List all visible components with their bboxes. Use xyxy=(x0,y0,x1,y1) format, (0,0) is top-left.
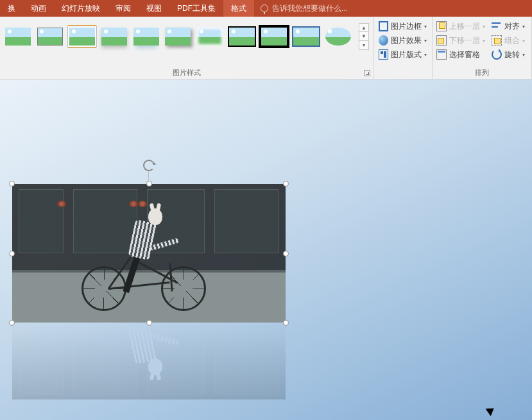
picture-border-icon xyxy=(379,21,388,31)
picture-styles-dialog-launcher[interactable] xyxy=(364,70,370,76)
picture-effects-icon xyxy=(379,35,388,46)
group-icon xyxy=(492,35,502,46)
picture-border-button[interactable]: 图片边框 ▾ xyxy=(377,19,428,33)
resize-handle-br[interactable] xyxy=(283,320,289,326)
selection-pane-icon xyxy=(436,49,447,60)
resize-handle-tr[interactable] xyxy=(283,181,289,187)
style-thumb-7[interactable] xyxy=(196,25,224,48)
gallery-expand-icon[interactable]: ▾ xyxy=(359,41,369,50)
chevron-down-icon: ▾ xyxy=(424,38,427,44)
group-label-picture-styles: 图片样式 xyxy=(0,68,373,78)
chevron-down-icon: ▾ xyxy=(424,52,427,58)
resize-handle-l[interactable] xyxy=(9,251,15,256)
rotate-label: 旋转 xyxy=(504,49,520,60)
style-thumb-6[interactable] xyxy=(164,25,193,48)
send-backward-label: 下移一层 xyxy=(449,35,480,46)
selection-pane-button[interactable]: 选择窗格 xyxy=(435,47,486,62)
group-picture-styles: ▲ ▼ ▾ 图片样式 xyxy=(0,17,373,79)
picture-styles-gallery: ▲ ▼ ▾ xyxy=(4,19,369,50)
send-backward-button[interactable]: 下移一层 ▾ xyxy=(435,33,486,47)
tab-slideshow[interactable]: 幻灯片放映 xyxy=(54,0,108,17)
bring-forward-icon xyxy=(436,21,447,31)
tab-review[interactable]: 审阅 xyxy=(108,0,139,17)
style-thumb-10[interactable] xyxy=(292,25,320,48)
group-label-arrange: 排列 xyxy=(433,68,531,78)
selected-picture[interactable] xyxy=(12,184,286,323)
chevron-down-icon: ▾ xyxy=(522,52,525,58)
picture-effects-label: 图片效果 xyxy=(391,35,422,46)
tab-format[interactable]: 格式 xyxy=(223,0,254,17)
rotate-button[interactable]: 旋转 ▾ xyxy=(490,47,526,62)
resize-handle-r[interactable] xyxy=(283,251,289,256)
picture-effects-button[interactable]: 图片效果 ▾ xyxy=(377,33,428,47)
align-label: 对齐 xyxy=(504,21,520,32)
resize-handle-b[interactable] xyxy=(146,320,152,326)
bring-forward-button[interactable]: 上移一层 ▾ xyxy=(435,19,486,33)
picture-layout-label: 图片版式 xyxy=(391,49,422,60)
selection-pane-label: 选择窗格 xyxy=(449,49,480,60)
picture-layout-icon xyxy=(379,49,388,60)
chevron-down-icon: ▾ xyxy=(424,24,427,29)
style-thumb-4[interactable] xyxy=(100,25,128,48)
style-thumb-9[interactable] xyxy=(260,25,288,48)
gallery-scroll-up-icon[interactable]: ▲ xyxy=(359,23,369,32)
group-picture-adjust: 图片边框 ▾ 图片效果 ▾ 图片版式 ▾ xyxy=(373,17,433,79)
style-thumb-2[interactable] xyxy=(36,25,64,48)
rotate-handle-icon[interactable] xyxy=(143,160,155,171)
chevron-down-icon: ▾ xyxy=(522,38,525,44)
resize-handle-t[interactable] xyxy=(146,181,152,187)
lightbulb-icon xyxy=(261,4,268,12)
resize-handle-tl[interactable] xyxy=(9,181,15,187)
group-arrange: 上移一层 ▾ 下移一层 ▾ 选择窗格 对齐 ▾ 组合 ▾ xyxy=(433,17,532,79)
menu-bar: 换 动画 幻灯片放映 审阅 视图 PDF工具集 格式 告诉我您想要做什么... xyxy=(0,0,532,17)
gallery-scroll-down-icon[interactable]: ▼ xyxy=(359,32,369,41)
align-button[interactable]: 对齐 ▾ xyxy=(490,19,526,33)
style-thumb-3[interactable] xyxy=(68,25,96,48)
group-objects-button[interactable]: 组合 ▾ xyxy=(490,33,526,47)
style-thumb-11[interactable] xyxy=(324,25,352,48)
send-backward-icon xyxy=(436,35,447,46)
bring-forward-label: 上移一层 xyxy=(449,21,480,32)
mouse-cursor-icon xyxy=(487,405,495,416)
image-reflection xyxy=(12,323,286,399)
group-label: 组合 xyxy=(504,35,520,46)
style-thumb-8[interactable] xyxy=(228,25,256,48)
chevron-down-icon: ▾ xyxy=(483,24,485,29)
gallery-scroll: ▲ ▼ ▾ xyxy=(359,23,369,50)
rotate-icon xyxy=(492,49,502,60)
tab-view[interactable]: 视图 xyxy=(139,0,169,17)
tell-me-placeholder: 告诉我您想要做什么... xyxy=(272,3,348,14)
tab-animation[interactable]: 动画 xyxy=(23,0,54,17)
tab-pdf-tools[interactable]: PDF工具集 xyxy=(169,0,223,17)
rotate-handle-stem xyxy=(148,171,149,181)
style-thumb-1[interactable] xyxy=(4,25,32,48)
ribbon: ▲ ▼ ▾ 图片样式 图片边框 ▾ 图片效果 ▾ 图片版式 ▾ xyxy=(0,17,532,80)
picture-border-label: 图片边框 xyxy=(391,21,422,32)
chevron-down-icon: ▾ xyxy=(483,38,485,44)
slide-canvas[interactable] xyxy=(0,80,532,420)
style-thumb-5[interactable] xyxy=(132,25,160,48)
picture-content xyxy=(12,184,286,323)
tell-me-search[interactable]: 告诉我您想要做什么... xyxy=(254,0,532,17)
slide-workspace[interactable] xyxy=(0,80,532,420)
align-icon xyxy=(492,21,502,31)
resize-handle-bl[interactable] xyxy=(9,320,15,326)
chevron-down-icon: ▾ xyxy=(522,24,525,29)
tab-transition[interactable]: 换 xyxy=(0,0,23,17)
picture-layout-button[interactable]: 图片版式 ▾ xyxy=(377,47,428,62)
